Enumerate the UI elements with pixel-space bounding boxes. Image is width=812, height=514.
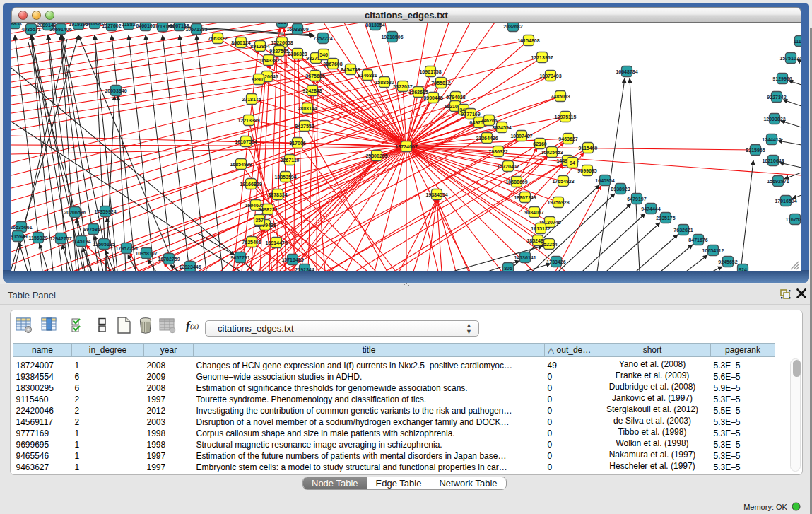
svg-text:8471676: 8471676 [688,238,707,243]
svg-text:252254: 252254 [541,242,557,247]
svg-text:7632621: 7632621 [673,228,693,233]
svg-text:20053346: 20053346 [105,88,126,93]
svg-text:3915949: 3915949 [11,234,28,239]
svg-text:26535061: 26535061 [11,225,33,230]
svg-text:15720407: 15720407 [497,164,519,169]
svg-text:98901: 98901 [252,77,266,82]
svg-text:7986322: 7986322 [488,149,507,154]
svg-text:16854999: 16854999 [230,162,252,167]
svg-text:15692971: 15692971 [767,179,789,184]
svg-text:546: 546 [319,52,328,57]
svg-text:2192344: 2192344 [295,267,314,272]
svg-text:9227342: 9227342 [767,95,786,100]
svg-text:94: 94 [570,160,575,165]
svg-text:9463627: 9463627 [558,136,577,141]
svg-text:16033809: 16033809 [286,27,308,32]
svg-text:17359924: 17359924 [94,209,116,214]
svg-text:7357224: 7357224 [313,36,332,41]
svg-text:9474444: 9474444 [641,206,660,211]
svg-text:20206536: 20206536 [64,210,86,215]
svg-text:16154808: 16154808 [517,38,539,43]
svg-text:21364436: 21364436 [476,136,498,141]
svg-text:9146821: 9146821 [358,73,377,78]
svg-text:1244415: 1244415 [762,137,781,142]
svg-text:17016504: 17016504 [775,199,796,204]
svg-text:9084067: 9084067 [524,210,543,215]
svg-text:12923446: 12923446 [179,264,201,269]
svg-text:17654923: 17654923 [552,179,574,184]
svg-text:12975115: 12975115 [555,115,577,119]
svg-text:161: 161 [278,23,286,25]
svg-text:11882: 11882 [122,23,135,27]
svg-text:16914479: 16914479 [265,240,287,245]
svg-text:1640954: 1640954 [595,178,614,183]
svg-text:8878334: 8878334 [268,192,287,197]
svg-text:15226058: 15226058 [271,40,293,45]
svg-text:8660124: 8660124 [231,40,250,45]
svg-text:2718176: 2718176 [242,97,261,102]
svg-text:19166829: 19166829 [240,182,261,187]
svg-text:16782759: 16782759 [158,257,180,262]
svg-text:7663822: 7663822 [208,36,227,41]
svg-text:806: 806 [504,266,512,271]
svg-text:9129966: 9129966 [772,76,792,81]
svg-text:(x): (x) [190,322,199,331]
svg-text:2935175: 2935175 [656,216,675,221]
svg-text:10807487: 10807487 [510,134,532,139]
svg-text:2867608: 2867608 [323,62,342,66]
svg-text:11123: 11123 [794,39,801,44]
svg-text:1527602: 1527602 [102,23,121,28]
svg-text:8938923: 8938923 [611,187,630,192]
svg-text:10543382: 10543382 [257,58,279,63]
svg-text:2087682: 2087682 [503,24,522,29]
svg-text:19384554: 19384554 [425,192,447,197]
svg-text:9657791: 9657791 [230,255,249,260]
svg-text:3267110: 3267110 [281,158,300,163]
svg-text:3675685: 3675685 [305,74,324,78]
svg-text:1588520: 1588520 [375,80,394,85]
svg-text:1733426: 1733426 [546,259,565,264]
svg-text:5498222: 5498222 [258,207,277,212]
svg-text:10688609: 10688609 [505,180,527,185]
svg-text:8215955: 8215955 [746,148,765,153]
svg-text:8990448: 8990448 [423,95,442,100]
svg-text:3624554: 3624554 [492,125,511,130]
svg-text:15751074: 15751074 [779,56,801,61]
svg-text:1362615: 1362615 [408,90,428,95]
svg-text:5322037: 5322037 [393,84,412,89]
svg-text:62160: 62160 [533,141,547,146]
svg-text:16648784: 16648784 [616,69,637,74]
svg-text:6794028: 6794028 [446,95,465,100]
svg-text:1167533: 1167533 [786,217,801,222]
svg-text:13353594: 13353594 [274,175,296,180]
svg-text:10973493: 10973493 [539,74,561,78]
svg-text:20691406: 20691406 [49,27,71,32]
svg-text:9242848: 9242848 [302,88,322,93]
svg-text:9245652: 9245652 [718,259,737,264]
svg-text:9115460: 9115460 [579,146,598,151]
svg-text:10025453: 10025453 [541,150,563,155]
svg-text:7625402: 7625402 [242,240,261,245]
svg-text:8454749: 8454749 [341,67,360,72]
svg-text:9777169: 9777169 [461,112,480,117]
svg-text:8427552: 8427552 [295,124,314,129]
svg-text:1145194: 1145194 [72,239,91,244]
svg-text:8912954: 8912954 [250,44,269,49]
svg-text:14136141: 14136141 [514,255,536,260]
svg-text:746266: 746266 [481,118,497,123]
svg-text:7485063: 7485063 [551,94,570,99]
svg-text:924: 924 [739,267,747,272]
svg-text:8186328: 8186328 [288,52,307,57]
svg-text:15716485: 15716485 [281,257,303,262]
svg-text:12505135: 12505135 [93,242,114,247]
svg-text:19756928: 19756928 [547,200,569,205]
svg-text:12213389: 12213389 [237,118,259,123]
svg-text:8813054: 8813054 [365,23,384,28]
svg-text:9327505: 9327505 [269,49,288,54]
svg-text:9975867: 9975867 [83,227,102,232]
svg-text:18853: 18853 [11,23,22,26]
svg-text:12093822: 12093822 [763,117,785,122]
svg-text:17957255: 17957255 [115,246,137,251]
svg-text:16210643: 16210643 [762,158,784,163]
svg-text:12213967: 12213967 [531,55,553,60]
